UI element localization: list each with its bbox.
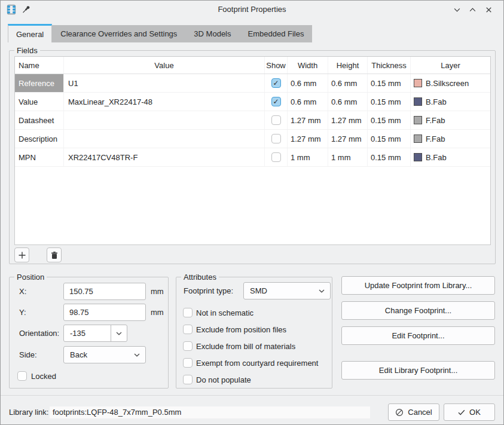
close-button[interactable]: [484, 5, 494, 15]
tab-bar: General Clearance Overrides and Settings…: [8, 24, 312, 42]
field-width-cell[interactable]: 0.6 mm: [288, 93, 328, 111]
cancel-button[interactable]: Cancel: [388, 403, 439, 421]
footprint-properties-dialog: Footprint Properties General Clearance O…: [0, 0, 504, 425]
field-width-cell[interactable]: 1.27 mm: [288, 111, 328, 129]
exclude-bom-label: Exclude from bill of materials: [196, 338, 295, 355]
field-name-cell[interactable]: Datasheet: [15, 111, 64, 129]
chevron-down-icon: [116, 332, 122, 335]
field-show-cell: [265, 111, 288, 129]
field-name-cell[interactable]: MPN: [15, 148, 64, 166]
orientation-value[interactable]: -135: [64, 325, 111, 341]
field-width-cell[interactable]: 0.6 mm: [288, 74, 328, 92]
show-checkbox[interactable]: [271, 152, 281, 162]
field-width-cell[interactable]: 1.27 mm: [288, 130, 328, 148]
update-footprint-from-library-button[interactable]: Update Footprint from Library...: [341, 276, 495, 295]
field-thickness-cell[interactable]: 0.15 mm: [368, 93, 411, 111]
edit-footprint-button[interactable]: Edit Footprint...: [341, 326, 495, 345]
orientation-combobox[interactable]: -135: [63, 325, 127, 342]
chevron-down-icon: [319, 289, 325, 293]
table-row: Datasheet 1.27 mm 1.27 mm 0.15 mm F.Fab: [15, 111, 490, 130]
column-header-show: Show: [265, 57, 288, 74]
exclude-position-files-label: Exclude from position files: [196, 321, 286, 338]
y-unit: mm: [151, 304, 164, 321]
field-thickness-cell[interactable]: 0.15 mm: [368, 74, 411, 92]
field-value-cell[interactable]: [64, 130, 265, 148]
show-checkbox[interactable]: [271, 134, 281, 143]
tab-3d-models[interactable]: 3D Models: [185, 25, 239, 42]
fields-table-header: Name Value Show Width Height Thickness L…: [15, 57, 490, 74]
field-value-cell[interactable]: XR22417CV48TR-F: [64, 148, 265, 166]
change-footprint-button[interactable]: Change Footprint...: [341, 301, 495, 320]
locked-label: Locked: [31, 368, 56, 385]
not-in-schematic-label: Not in schematic: [196, 304, 253, 322]
field-thickness-cell[interactable]: 0.15 mm: [368, 130, 411, 148]
layer-color-swatch: [414, 79, 422, 87]
y-position-field[interactable]: [63, 304, 146, 321]
field-show-cell: [265, 74, 288, 92]
field-thickness-cell[interactable]: 0.15 mm: [368, 148, 411, 166]
do-not-populate-checkbox[interactable]: [183, 375, 193, 384]
side-value: Back: [70, 350, 87, 359]
field-height-cell[interactable]: 1.27 mm: [328, 130, 368, 148]
exclude-bom-checkbox[interactable]: [183, 341, 193, 351]
exempt-courtyard-checkbox[interactable]: [183, 358, 193, 368]
field-value-cell[interactable]: [64, 111, 265, 129]
layer-color-swatch: [414, 97, 422, 106]
y-label: Y:: [19, 304, 26, 321]
field-value-cell[interactable]: MaxLinear_XR22417-48: [64, 93, 265, 111]
trash-icon: [50, 251, 59, 259]
side-dropdown[interactable]: Back: [63, 346, 146, 363]
field-height-cell[interactable]: 0.6 mm: [328, 93, 368, 111]
exclude-position-files-checkbox[interactable]: [183, 325, 193, 334]
table-row: Reference U1 0.6 mm 0.6 mm 0.15 mm B.Sil…: [15, 74, 490, 93]
field-width-cell[interactable]: 1 mm: [288, 148, 328, 166]
field-name-cell[interactable]: Description: [15, 130, 64, 148]
footprint-type-value: SMD: [250, 286, 267, 295]
orientation-dropdown-button[interactable]: [111, 325, 127, 341]
field-layer-cell[interactable]: B.Silkscreen: [411, 74, 490, 92]
field-layer-cell[interactable]: B.Fab: [411, 148, 490, 166]
table-row: Description 1.27 mm 1.27 mm 0.15 mm F.Fa…: [15, 130, 490, 148]
titlebar[interactable]: Footprint Properties: [1, 1, 503, 19]
attributes-legend: Attributes: [181, 272, 219, 282]
field-height-cell[interactable]: 0.6 mm: [328, 74, 368, 92]
show-checkbox[interactable]: [271, 115, 281, 125]
fields-table: Name Value Show Width Height Thickness L…: [14, 56, 491, 245]
locked-checkbox[interactable]: [17, 371, 27, 381]
table-row: Value MaxLinear_XR22417-48 0.6 mm 0.6 mm…: [15, 93, 490, 111]
field-value-cell[interactable]: U1: [64, 74, 265, 92]
footprint-type-dropdown[interactable]: SMD: [243, 282, 331, 299]
check-icon: [458, 409, 465, 415]
field-layer-cell[interactable]: F.Fab: [411, 130, 490, 148]
x-position-field[interactable]: [63, 283, 146, 300]
field-name-cell[interactable]: Reference: [15, 74, 64, 92]
tab-embedded-files[interactable]: Embedded Files: [240, 25, 313, 42]
fields-legend: Fields: [14, 45, 40, 56]
field-name-cell[interactable]: Value: [15, 93, 64, 111]
cancel-icon: [395, 408, 404, 417]
side-label: Side:: [19, 346, 37, 363]
field-show-cell: [265, 93, 288, 111]
plus-icon: [18, 251, 26, 259]
edit-library-footprint-button[interactable]: Edit Library Footprint...: [341, 361, 495, 380]
field-height-cell[interactable]: 1 mm: [328, 148, 368, 166]
field-layer-cell[interactable]: B.Fab: [411, 93, 490, 111]
tab-clearance-overrides[interactable]: Clearance Overrides and Settings: [52, 25, 185, 42]
maximize-button[interactable]: [468, 5, 478, 15]
show-checkbox[interactable]: [271, 97, 281, 106]
attributes-group: Attributes Footprint type: SMD Not in sc…: [176, 277, 332, 389]
delete-field-button[interactable]: [47, 247, 62, 262]
field-layer-cell[interactable]: F.Fab: [411, 111, 490, 129]
minimize-button[interactable]: [452, 5, 462, 15]
show-checkbox[interactable]: [271, 78, 281, 88]
field-show-cell: [265, 130, 288, 148]
field-height-cell[interactable]: 1.27 mm: [328, 111, 368, 129]
not-in-schematic-checkbox[interactable]: [183, 308, 193, 317]
add-field-button[interactable]: [14, 247, 29, 262]
library-link-value: footprints:LQFP-48_7x7mm_P0.5mm: [50, 406, 370, 418]
tab-general[interactable]: General: [8, 24, 52, 42]
window-title: Footprint Properties: [1, 5, 503, 14]
footprint-type-label: Footprint type:: [184, 282, 233, 299]
ok-button[interactable]: OK: [444, 403, 495, 421]
field-thickness-cell[interactable]: 0.15 mm: [368, 111, 411, 129]
